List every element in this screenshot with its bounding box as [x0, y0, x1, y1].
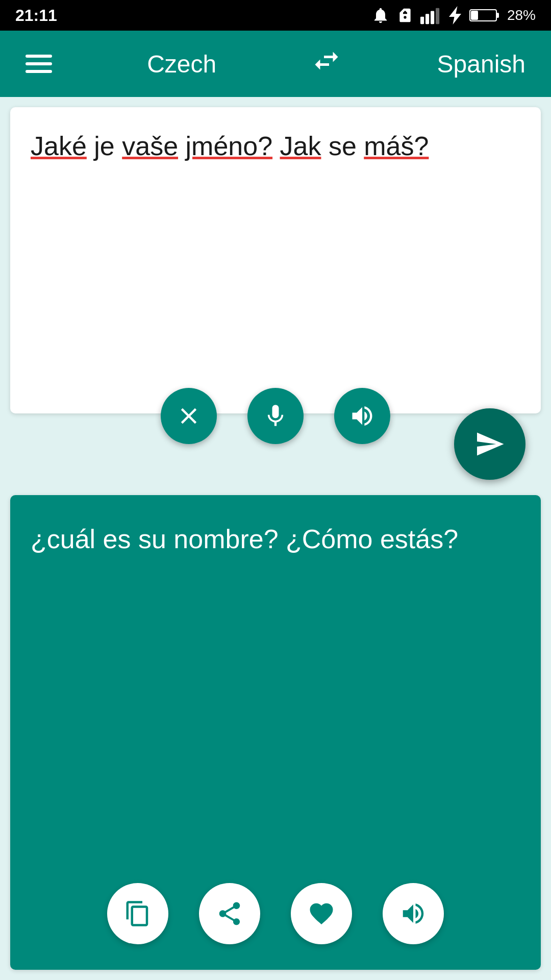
clear-button[interactable]: [161, 388, 217, 444]
status-icons: 28%: [371, 6, 536, 24]
send-button[interactable]: [454, 408, 525, 480]
source-word-5: jméno?: [186, 131, 273, 161]
source-speaker-button[interactable]: [334, 388, 390, 444]
sim-icon: [397, 7, 413, 23]
svg-rect-0: [420, 17, 424, 24]
source-panel[interactable]: Jaké je vaše jméno? Jak se máš?: [10, 107, 541, 413]
source-word-1: Jaké: [31, 131, 87, 161]
share-button[interactable]: [199, 883, 260, 944]
target-actions: [10, 883, 541, 944]
signal-icon: [420, 6, 441, 24]
alarm-icon: [371, 6, 390, 24]
source-word-9: máš?: [364, 131, 429, 161]
battery-text: 28%: [507, 7, 536, 23]
copy-button[interactable]: [107, 883, 168, 944]
source-text: Jaké je vaše jméno? Jak se máš?: [31, 128, 520, 165]
main-content: Jaké je vaše jméno? Jak se máš?: [0, 97, 551, 980]
battery-icon: [469, 7, 500, 23]
swap-languages-button[interactable]: [311, 45, 342, 82]
target-text: ¿cuál es su nombre? ¿Cómo estás?: [31, 521, 520, 558]
favorite-button[interactable]: [291, 883, 352, 944]
charge-icon: [448, 6, 462, 24]
source-word-2: je: [94, 131, 122, 161]
svg-rect-2: [431, 11, 434, 24]
source-word-8: se: [329, 131, 364, 161]
top-bar: Czech Spanish: [0, 31, 551, 97]
svg-rect-1: [425, 14, 429, 24]
source-word-7: Jak: [280, 131, 321, 161]
status-bar: 21:11 28%: [0, 0, 551, 31]
svg-rect-5: [496, 13, 499, 18]
status-time: 21:11: [15, 6, 57, 25]
microphone-button[interactable]: [247, 388, 304, 444]
source-language[interactable]: Czech: [147, 50, 216, 78]
svg-rect-6: [471, 11, 478, 20]
source-word-3: vaše: [122, 131, 178, 161]
menu-button[interactable]: [26, 55, 52, 73]
target-language[interactable]: Spanish: [437, 50, 525, 78]
target-panel: ¿cuál es su nombre? ¿Cómo estás?: [10, 495, 541, 970]
target-speaker-button[interactable]: [383, 883, 444, 944]
svg-rect-3: [436, 8, 439, 24]
